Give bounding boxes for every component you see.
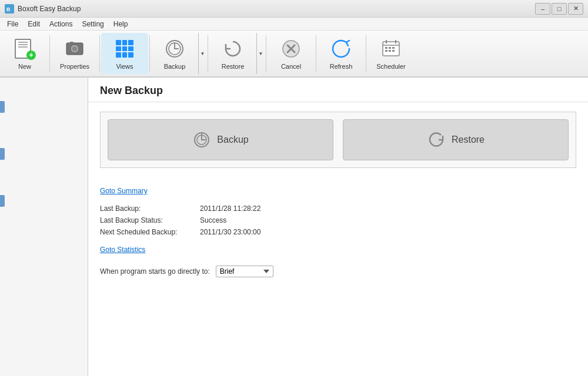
menu-file[interactable]: File xyxy=(2,19,23,29)
last-backup-label: Last Backup: xyxy=(100,204,200,213)
refresh-button[interactable]: Refresh xyxy=(318,33,365,74)
svg-rect-19 xyxy=(392,47,395,49)
properties-button[interactable]: Properties xyxy=(51,33,98,74)
page-title: New Backup xyxy=(100,85,163,96)
backup-large-label: Backup xyxy=(217,135,248,145)
views-icon xyxy=(113,37,136,61)
svg-rect-22 xyxy=(392,50,395,52)
content-area: New Backup Backup Restore xyxy=(88,78,588,376)
startup-select[interactable]: Brief Summary Statistics New Backup xyxy=(216,266,273,277)
main-layout: New Backup Backup Restore xyxy=(0,78,588,376)
backup-label: Backup xyxy=(164,63,186,70)
maximize-button[interactable]: □ xyxy=(552,3,567,15)
restore-button[interactable]: Restore xyxy=(209,33,256,74)
new-label: New xyxy=(18,63,31,70)
backup-button[interactable]: Backup xyxy=(151,33,198,74)
cancel-button[interactable]: Cancel xyxy=(268,33,315,74)
restore-large-button[interactable]: Restore xyxy=(343,119,569,160)
last-backup-status-value: Success xyxy=(200,216,226,224)
sidebar-handle-2[interactable] xyxy=(0,148,5,160)
properties-label: Properties xyxy=(60,63,89,70)
menu-edit[interactable]: Edit xyxy=(23,19,45,29)
separator-1 xyxy=(49,35,50,72)
svg-rect-18 xyxy=(389,47,391,49)
restore-button-group[interactable]: Restore ▼ xyxy=(209,33,265,74)
backup-button-group[interactable]: Backup ▼ xyxy=(151,33,206,74)
separator-4 xyxy=(208,35,208,72)
scheduler-button[interactable]: Scheduler xyxy=(368,33,415,74)
refresh-label: Refresh xyxy=(330,63,353,70)
scheduler-icon xyxy=(379,37,403,61)
backup-icon xyxy=(163,37,186,61)
backup-arrow[interactable]: ▼ xyxy=(198,33,206,74)
last-backup-status-label: Last Backup Status: xyxy=(100,216,200,224)
next-scheduled-label: Next Scheduled Backup: xyxy=(100,228,200,236)
last-backup-row: Last Backup: 2011/1/28 11:28:22 xyxy=(100,204,576,213)
startup-preference: When program starts go directly to: Brie… xyxy=(100,266,576,277)
separator-7 xyxy=(366,35,366,72)
views-button[interactable]: Views xyxy=(101,33,148,74)
menu-actions[interactable]: Actions xyxy=(45,19,77,29)
sidebar xyxy=(0,78,88,376)
app-icon: B xyxy=(5,4,14,14)
window-title: Boxoft Easy Backup xyxy=(18,5,535,13)
next-scheduled-value: 2011/1/30 23:00:00 xyxy=(200,228,260,236)
startup-label: When program starts go directly to: xyxy=(100,267,210,276)
restore-icon xyxy=(221,37,245,61)
restore-arrow[interactable]: ▼ xyxy=(256,33,265,74)
minimize-button[interactable]: – xyxy=(535,3,550,15)
info-table: Last Backup: 2011/1/28 11:28:22 Last Bac… xyxy=(100,204,576,236)
close-button[interactable]: ✕ xyxy=(568,3,583,15)
info-section: Goto Summary Last Backup: 2011/1/28 11:2… xyxy=(88,177,588,376)
scheduler-label: Scheduler xyxy=(376,63,406,70)
properties-icon xyxy=(63,37,86,61)
menu-bar: File Edit Actions Setting Help xyxy=(0,18,588,31)
separator-6 xyxy=(316,35,316,72)
separator-2 xyxy=(99,35,100,72)
restore-large-icon xyxy=(427,130,446,149)
refresh-icon xyxy=(329,37,353,61)
content-header: New Backup xyxy=(88,78,588,102)
window-controls: – □ ✕ xyxy=(535,3,583,15)
sidebar-handle-1[interactable] xyxy=(0,101,5,113)
new-icon: + xyxy=(13,37,36,61)
svg-rect-21 xyxy=(389,50,391,52)
sidebar-handle-3[interactable] xyxy=(0,195,5,207)
restore-label: Restore xyxy=(222,63,245,70)
menu-setting[interactable]: Setting xyxy=(77,19,108,29)
last-backup-status-row: Last Backup Status: Success xyxy=(100,216,576,224)
svg-rect-5 xyxy=(70,42,74,44)
cancel-icon xyxy=(279,37,303,61)
svg-point-4 xyxy=(72,46,77,51)
title-bar: B Boxoft Easy Backup – □ ✕ xyxy=(0,0,588,18)
action-buttons-area: Backup Restore xyxy=(100,112,576,168)
toolbar: + New Properties xyxy=(0,31,588,78)
goto-statistics-link[interactable]: Goto Statistics xyxy=(100,246,145,254)
next-scheduled-row: Next Scheduled Backup: 2011/1/30 23:00:0… xyxy=(100,228,576,236)
last-backup-value: 2011/1/28 11:28:22 xyxy=(200,204,260,213)
menu-help[interactable]: Help xyxy=(109,19,133,29)
restore-large-label: Restore xyxy=(452,135,485,145)
views-label: Views xyxy=(116,63,133,70)
separator-5 xyxy=(266,35,266,72)
svg-rect-20 xyxy=(385,50,387,52)
new-button[interactable]: + New xyxy=(1,33,48,74)
svg-rect-17 xyxy=(385,47,387,49)
goto-summary-link[interactable]: Goto Summary xyxy=(100,187,148,195)
backup-large-button[interactable]: Backup xyxy=(108,119,333,160)
svg-text:B: B xyxy=(6,6,11,12)
separator-3 xyxy=(149,35,150,72)
backup-large-icon xyxy=(192,130,211,149)
cancel-label: Cancel xyxy=(281,63,301,70)
svg-rect-13 xyxy=(383,42,399,56)
